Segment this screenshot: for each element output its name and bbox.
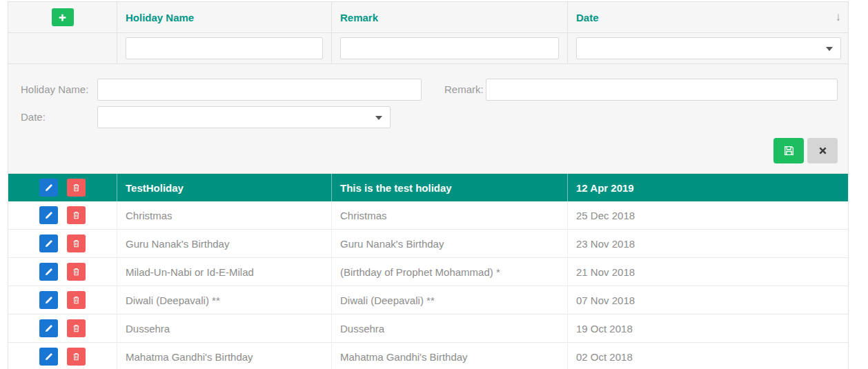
pencil-icon xyxy=(44,352,53,361)
table-row[interactable]: Christmas Christmas 25 Dec 2018 xyxy=(8,201,848,230)
column-header-label: Remark xyxy=(340,12,378,23)
date-label: Date: xyxy=(21,111,46,123)
row-actions-cell xyxy=(8,258,117,286)
date-filter-dropdown[interactable] xyxy=(576,37,841,59)
edit-row-button[interactable] xyxy=(39,263,58,281)
holiday-name-cell: Mahatma Gandhi's Birthday xyxy=(117,343,332,369)
pencil-icon xyxy=(44,324,53,333)
remark-cell: This is the test holiday xyxy=(332,174,568,201)
pencil-icon xyxy=(44,211,53,220)
delete-row-button[interactable] xyxy=(67,291,86,309)
date-cell: 23 Nov 2018 xyxy=(568,230,849,257)
column-header-remark[interactable]: Remark xyxy=(332,2,568,32)
delete-row-button[interactable] xyxy=(67,206,86,224)
trash-icon xyxy=(72,352,81,361)
holiday-name-cell: TestHoliday xyxy=(117,174,332,201)
remark-cell: Mahatma Gandhi's Birthday xyxy=(332,343,568,369)
holiday-name-label: Holiday Name: xyxy=(21,83,88,95)
delete-row-button[interactable] xyxy=(67,348,86,366)
remark-cell: (Birthday of Prophet Mohammad) * xyxy=(332,258,568,286)
add-holiday-button[interactable] xyxy=(52,8,74,26)
edit-row-button[interactable] xyxy=(39,319,58,337)
pencil-icon xyxy=(44,183,53,192)
holiday-name-filter-input[interactable] xyxy=(126,37,323,59)
edit-row-button[interactable] xyxy=(39,235,58,252)
edit-form: Holiday Name: Remark: Date: xyxy=(8,64,848,174)
remark-filter-input[interactable] xyxy=(340,37,559,59)
holiday-grid: Holiday Name Remark Date ↓ Holiday Name:… xyxy=(8,1,849,369)
save-button[interactable] xyxy=(773,138,804,163)
trash-icon xyxy=(72,295,81,305)
holiday-name-cell: Guru Nanak's Birthday xyxy=(117,230,332,257)
holiday-name-cell: Dussehra xyxy=(117,315,332,342)
caret-down-icon xyxy=(375,116,382,120)
holiday-name-cell: Milad-Un-Nabi or Id-E-Milad xyxy=(117,258,332,286)
filter-cell-remark xyxy=(332,33,568,63)
date-cell: 21 Nov 2018 xyxy=(568,258,849,286)
x-icon xyxy=(818,146,827,155)
caret-down-icon xyxy=(826,47,833,51)
pencil-icon xyxy=(44,268,53,277)
holiday-name-cell: Christmas xyxy=(117,201,332,229)
row-actions-cell xyxy=(8,343,117,369)
date-cell: 12 Apr 2019 xyxy=(568,174,849,201)
remark-cell: Christmas xyxy=(332,201,568,229)
remark-cell: Guru Nanak's Birthday xyxy=(332,230,568,257)
delete-row-button[interactable] xyxy=(67,263,86,281)
table-row[interactable]: TestHoliday This is the test holiday 12 … xyxy=(8,174,848,201)
cancel-button[interactable] xyxy=(807,138,838,163)
row-actions-cell xyxy=(8,286,117,314)
remark-label: Remark: xyxy=(444,83,484,95)
floppy-disk-icon xyxy=(783,145,795,157)
edit-row-button[interactable] xyxy=(39,348,58,366)
edit-row-button[interactable] xyxy=(39,291,58,309)
delete-row-button[interactable] xyxy=(67,235,86,252)
holiday-name-field[interactable] xyxy=(97,79,422,101)
trash-icon xyxy=(72,183,81,192)
date-cell: 19 Oct 2018 xyxy=(568,315,849,342)
trash-icon xyxy=(72,323,81,333)
filter-cell-date xyxy=(568,33,849,63)
trash-icon xyxy=(72,267,81,277)
trash-icon xyxy=(72,210,81,220)
column-header-date[interactable]: Date ↓ xyxy=(568,2,849,32)
table-row[interactable]: Guru Nanak's Birthday Guru Nanak's Birth… xyxy=(8,230,848,258)
sort-descending-icon: ↓ xyxy=(836,10,842,24)
edit-row-button[interactable] xyxy=(39,206,58,224)
remark-cell: Diwali (Deepavali) ** xyxy=(332,286,568,314)
delete-row-button[interactable] xyxy=(67,319,86,337)
date-cell: 02 Oct 2018 xyxy=(568,343,849,369)
remark-cell: Dussehra xyxy=(332,315,568,342)
row-actions-cell xyxy=(8,315,117,342)
grid-body: TestHoliday This is the test holiday 12 … xyxy=(8,174,848,369)
filter-cell-actions xyxy=(8,33,117,63)
column-header-label: Date xyxy=(576,12,599,23)
plus-icon xyxy=(57,12,68,23)
trash-icon xyxy=(72,239,81,248)
remark-field[interactable] xyxy=(486,79,838,101)
filter-cell-holiday-name xyxy=(117,33,332,63)
date-cell: 25 Dec 2018 xyxy=(568,201,849,229)
row-actions-cell xyxy=(8,230,117,257)
table-row[interactable]: Mahatma Gandhi's Birthday Mahatma Gandhi… xyxy=(8,343,848,369)
delete-row-button[interactable] xyxy=(67,179,86,197)
date-field-dropdown[interactable] xyxy=(97,106,391,128)
grid-header: Holiday Name Remark Date ↓ xyxy=(8,2,848,33)
edit-row-button[interactable] xyxy=(39,179,58,197)
filter-row xyxy=(8,33,848,64)
pencil-icon xyxy=(44,239,53,248)
date-cell: 07 Nov 2018 xyxy=(568,286,849,314)
header-cell-actions xyxy=(8,2,117,32)
row-actions-cell xyxy=(8,201,117,229)
holiday-name-cell: Diwali (Deepavali) ** xyxy=(117,286,332,314)
row-actions-cell xyxy=(8,174,117,201)
pencil-icon xyxy=(44,296,53,305)
table-row[interactable]: Milad-Un-Nabi or Id-E-Milad (Birthday of… xyxy=(8,258,848,286)
table-row[interactable]: Diwali (Deepavali) ** Diwali (Deepavali)… xyxy=(8,286,848,315)
column-header-label: Holiday Name xyxy=(126,12,194,23)
table-row[interactable]: Dussehra Dussehra 19 Oct 2018 xyxy=(8,315,848,343)
column-header-holiday-name[interactable]: Holiday Name xyxy=(117,2,332,32)
